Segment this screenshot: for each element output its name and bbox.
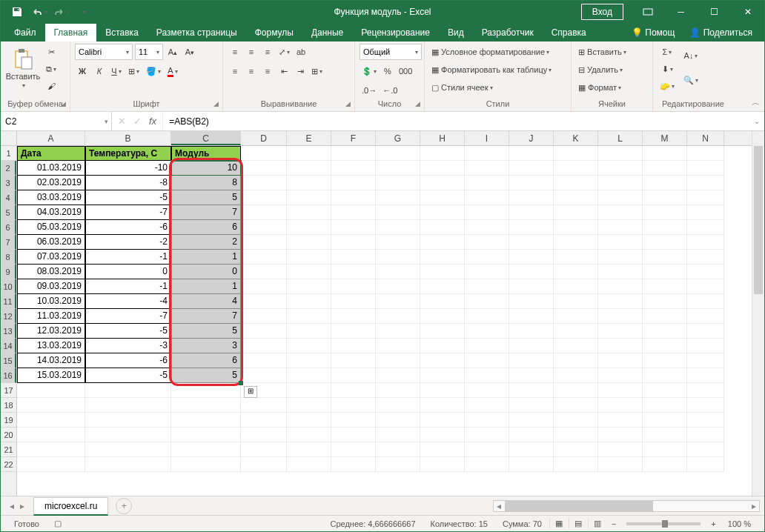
row-header[interactable]: 19: [1, 413, 16, 428]
orientation-button[interactable]: ⤢▾: [276, 44, 292, 60]
row-header[interactable]: 21: [1, 442, 16, 457]
cell[interactable]: [241, 279, 287, 294]
cell[interactable]: 1: [171, 250, 241, 265]
cell[interactable]: [643, 205, 687, 220]
cell[interactable]: 12.03.2019: [17, 324, 85, 339]
cell[interactable]: [241, 398, 287, 413]
cell[interactable]: 07.03.2019: [17, 250, 85, 265]
copy-button[interactable]: ⧉▾: [44, 61, 59, 77]
cell[interactable]: [376, 413, 420, 428]
cell[interactable]: [420, 146, 465, 161]
cell[interactable]: [687, 324, 724, 339]
cell[interactable]: 11.03.2019: [17, 309, 85, 324]
cell[interactable]: [643, 428, 687, 442]
cell[interactable]: [465, 353, 509, 368]
cell[interactable]: 06.03.2019: [17, 235, 85, 250]
cell[interactable]: [241, 339, 287, 353]
scrollbar-thumb[interactable]: [505, 501, 653, 511]
delete-cells-button[interactable]: ⊟ Удалить▾: [576, 61, 648, 78]
cell[interactable]: Модуль: [171, 146, 241, 161]
vertical-scrollbar[interactable]: [752, 131, 764, 496]
cell[interactable]: [643, 279, 687, 294]
cell[interactable]: [331, 324, 376, 339]
cell[interactable]: [331, 250, 376, 265]
cell[interactable]: [509, 428, 554, 442]
cell[interactable]: [241, 428, 287, 442]
cell[interactable]: [171, 398, 241, 413]
cut-button[interactable]: ✂: [44, 44, 59, 60]
cell[interactable]: 7: [171, 309, 241, 324]
cell[interactable]: [287, 368, 331, 383]
cell[interactable]: [376, 339, 420, 353]
row-header[interactable]: 18: [1, 398, 16, 413]
cell[interactable]: [687, 413, 724, 428]
select-all-corner[interactable]: [1, 131, 17, 146]
tab-data[interactable]: Данные: [302, 24, 352, 41]
cell[interactable]: [509, 324, 554, 339]
cell[interactable]: [241, 442, 287, 457]
cell[interactable]: 3: [171, 339, 241, 353]
dialog-launcher-clipboard[interactable]: ◢: [59, 100, 67, 109]
cell[interactable]: [376, 265, 420, 279]
cell[interactable]: [331, 339, 376, 353]
cell[interactable]: [465, 235, 509, 250]
cell[interactable]: [465, 339, 509, 353]
cell[interactable]: [376, 279, 420, 294]
decrease-decimal-button[interactable]: ←.0: [380, 82, 400, 99]
cell[interactable]: [331, 161, 376, 176]
cell[interactable]: [420, 176, 465, 190]
font-color-button[interactable]: А▾: [165, 63, 180, 79]
row-header[interactable]: 16: [1, 368, 16, 383]
cell[interactable]: 03.03.2019: [17, 190, 85, 205]
cell[interactable]: [420, 265, 465, 279]
tab-help[interactable]: Справка: [543, 24, 595, 41]
cell[interactable]: [465, 205, 509, 220]
cell[interactable]: [598, 309, 643, 324]
column-header-B[interactable]: B: [85, 131, 171, 145]
sign-in-button[interactable]: Вход: [581, 4, 623, 20]
cell[interactable]: [287, 235, 331, 250]
percent-button[interactable]: %: [380, 63, 395, 79]
dialog-launcher-font[interactable]: ◢: [211, 100, 220, 109]
decrease-indent-button[interactable]: ⇤: [276, 63, 291, 79]
cell[interactable]: [643, 457, 687, 472]
spreadsheet-grid[interactable]: ABCDEFGHIJKLMN 1234567891011121314151617…: [1, 131, 764, 496]
cell[interactable]: [85, 457, 171, 472]
cell[interactable]: [331, 428, 376, 442]
sheet-tab[interactable]: microexcel.ru: [33, 497, 108, 516]
cell[interactable]: -8: [85, 176, 171, 190]
redo-button[interactable]: ▾: [51, 2, 72, 21]
cell[interactable]: [420, 442, 465, 457]
cell[interactable]: [420, 383, 465, 398]
cell[interactable]: 02.03.2019: [17, 176, 85, 190]
cell[interactable]: -1: [85, 250, 171, 265]
align-center-button[interactable]: ≡: [244, 63, 259, 79]
cell[interactable]: [554, 176, 598, 190]
cancel-formula-button[interactable]: ✕: [118, 116, 126, 127]
cell[interactable]: [287, 279, 331, 294]
cell[interactable]: [687, 428, 724, 442]
cell[interactable]: [687, 353, 724, 368]
cell[interactable]: [598, 324, 643, 339]
cell[interactable]: [598, 250, 643, 265]
cell[interactable]: [598, 265, 643, 279]
tab-view[interactable]: Вид: [439, 24, 473, 41]
cell[interactable]: [465, 428, 509, 442]
cell[interactable]: [465, 309, 509, 324]
cell[interactable]: -5: [85, 324, 171, 339]
cell[interactable]: 5: [171, 190, 241, 205]
cell[interactable]: 1: [171, 279, 241, 294]
cell[interactable]: [687, 235, 724, 250]
cell[interactable]: [687, 265, 724, 279]
cell[interactable]: [598, 457, 643, 472]
cell[interactable]: -5: [85, 190, 171, 205]
cell[interactable]: [509, 235, 554, 250]
cell[interactable]: [17, 442, 85, 457]
dialog-launcher-alignment[interactable]: ◢: [343, 100, 352, 109]
format-cells-button[interactable]: ▦ Формат▾: [576, 79, 648, 96]
cell[interactable]: [509, 205, 554, 220]
cell[interactable]: [420, 279, 465, 294]
cell[interactable]: [554, 161, 598, 176]
cell[interactable]: [420, 398, 465, 413]
cell[interactable]: [465, 161, 509, 176]
